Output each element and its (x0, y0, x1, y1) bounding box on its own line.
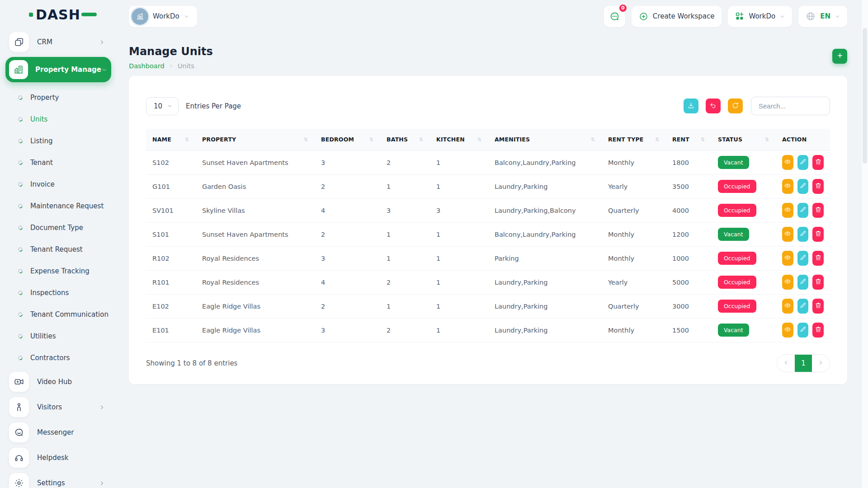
column-header[interactable]: RENT (666, 129, 712, 150)
delete-button[interactable] (812, 179, 824, 194)
scrollbar-thumb[interactable] (863, 28, 867, 164)
pagination-current-page[interactable]: 1 (795, 354, 812, 372)
sidebar-item-settings[interactable]: Settings (6, 471, 111, 488)
edit-button[interactable] (797, 179, 809, 194)
add-unit-button[interactable] (832, 49, 847, 64)
table-row: S101 Sunset Haven Apartments 2 1 1 Balco… (146, 222, 830, 246)
view-button[interactable] (782, 227, 793, 242)
workspace-selector[interactable]: WorkDo (129, 6, 197, 27)
column-header[interactable]: RENT TYPE (602, 129, 666, 150)
status-badge: Occupied (718, 204, 756, 217)
sidebar-item-label: Helpdesk (37, 454, 68, 462)
edit-button[interactable] (797, 227, 809, 242)
sidebar-item-expense-tracking[interactable]: Expense Tracking (6, 260, 111, 282)
sidebar-item-contractors[interactable]: Contractors (6, 347, 111, 369)
messages-button[interactable]: 0 (604, 6, 625, 27)
view-button[interactable] (782, 323, 793, 338)
app-switcher-button[interactable]: WorkDo (728, 6, 792, 27)
edit-button[interactable] (797, 203, 809, 218)
column-header[interactable]: ACTION (776, 129, 830, 150)
sidebar-item-units[interactable]: Units (6, 108, 111, 130)
sidebar-item-helpdesk[interactable]: Helpdesk (6, 446, 111, 470)
delete-button[interactable] (812, 203, 824, 218)
view-button[interactable] (782, 299, 793, 314)
export-button[interactable] (684, 99, 698, 113)
sort-icon[interactable] (366, 137, 374, 142)
column-header[interactable]: NAME (146, 129, 196, 150)
topbar-actions: 0 Create Workspace WorkDo EN (604, 6, 847, 27)
column-header[interactable]: KITCHEN (430, 129, 488, 150)
sort-icon[interactable] (301, 137, 308, 142)
sidebar-item-visitors[interactable]: Visitors (6, 395, 111, 419)
cell-rent-type: Monthly (602, 222, 666, 246)
edit-button[interactable] (797, 299, 809, 314)
view-button[interactable] (782, 179, 793, 194)
view-button[interactable] (782, 155, 793, 170)
pagination-next[interactable] (812, 354, 830, 372)
pagination-prev[interactable] (777, 354, 795, 372)
search-input[interactable] (751, 97, 830, 115)
edit-button[interactable] (797, 323, 809, 338)
sidebar-item-document-type[interactable]: Document Type (6, 217, 111, 239)
delete-button[interactable] (812, 251, 824, 266)
breadcrumb-dashboard-link[interactable]: Dashboard (129, 62, 165, 70)
sidebar-item-label: Listing (30, 137, 52, 145)
sort-icon[interactable] (474, 137, 482, 142)
column-header[interactable]: STATUS (712, 129, 776, 150)
column-header[interactable]: BEDROOM (315, 129, 380, 150)
sidebar-item-maintenance-request[interactable]: Maintenance Request (6, 195, 111, 217)
sort-icon[interactable] (652, 137, 660, 142)
column-header[interactable]: BATHS (380, 129, 430, 150)
view-button[interactable] (782, 251, 793, 266)
status-badge: Occupied (718, 180, 756, 193)
table-header-row: NAME PROPERTY (146, 129, 830, 150)
sidebar-item-messenger[interactable]: Messenger (6, 420, 111, 445)
language-selector[interactable]: EN (798, 6, 847, 27)
view-button[interactable] (782, 203, 793, 218)
cell-name: S102 (146, 150, 196, 174)
edit-button[interactable] (797, 275, 809, 290)
entries-per-page-value: 10 (154, 102, 162, 110)
delete-button[interactable] (812, 323, 824, 338)
create-workspace-button[interactable]: Create Workspace (632, 6, 722, 27)
delete-button[interactable] (812, 155, 824, 170)
sort-icon[interactable] (762, 137, 769, 142)
sidebar-item-tenant-request[interactable]: Tenant Request (6, 239, 111, 260)
cell-property: Royal Residences (196, 270, 315, 294)
sidebar-item-crm[interactable]: CRM (6, 30, 111, 54)
delete-button[interactable] (812, 227, 824, 242)
sort-icon[interactable] (698, 137, 705, 142)
bullet-icon (17, 181, 24, 188)
entries-per-page-select[interactable]: 10 (146, 97, 179, 115)
sidebar-item-property[interactable]: Property (6, 87, 111, 108)
sidebar-item-listing[interactable]: Listing (6, 130, 111, 152)
entries-summary: Showing 1 to 8 of 8 entries (146, 359, 237, 367)
sidebar-item-utilities[interactable]: Utilities (6, 325, 111, 347)
refresh-button[interactable] (728, 99, 743, 113)
cell-rent: 1200 (666, 222, 712, 246)
sidebar-item-property-manage[interactable]: Property Manage (5, 57, 111, 82)
column-header[interactable]: AMENITIES (488, 129, 602, 150)
reset-button[interactable] (706, 99, 721, 113)
sidebar-item-inspections[interactable]: Inspections (6, 282, 111, 304)
sort-icon[interactable] (182, 137, 189, 142)
cell-status: Occupied (712, 198, 776, 222)
column-header[interactable]: PROPERTY (196, 129, 315, 150)
cell-bedroom: 4 (315, 198, 380, 222)
sidebar-item-tenant-communication[interactable]: Tenant Communication (6, 304, 111, 325)
cell-rent: 3000 (666, 294, 712, 318)
sort-icon[interactable] (416, 137, 424, 142)
sidebar-item-invoice[interactable]: Invoice (6, 174, 111, 195)
edit-button[interactable] (797, 155, 809, 170)
cell-bedroom: 3 (315, 150, 380, 174)
delete-button[interactable] (812, 275, 824, 290)
sort-icon[interactable] (588, 137, 595, 142)
sidebar-item-tenant[interactable]: Tenant (6, 152, 111, 174)
cell-name: SV101 (146, 198, 196, 222)
sidebar-item-video-hub[interactable]: Video Hub (6, 370, 111, 394)
bullet-icon (17, 333, 24, 339)
delete-button[interactable] (812, 299, 824, 314)
edit-button[interactable] (797, 251, 809, 266)
scrollbar[interactable] (861, 0, 868, 488)
view-button[interactable] (782, 275, 793, 290)
